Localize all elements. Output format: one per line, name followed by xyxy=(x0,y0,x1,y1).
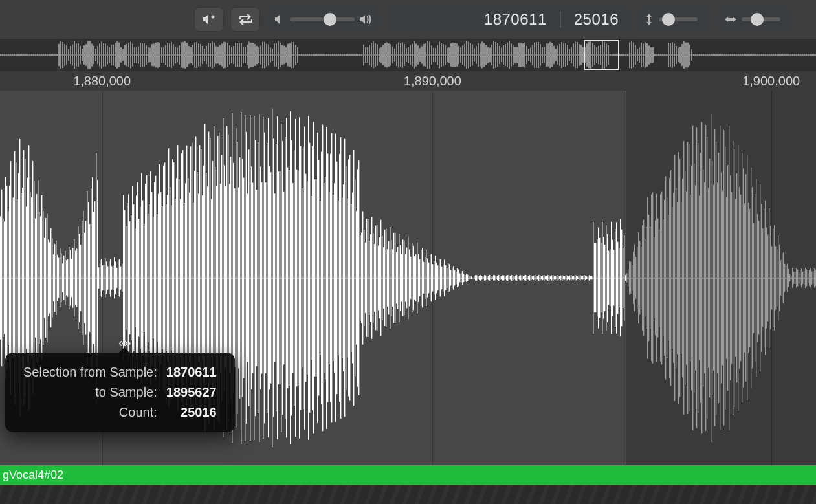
svg-rect-981 xyxy=(722,190,723,365)
svg-rect-124 xyxy=(237,43,238,67)
svg-rect-301 xyxy=(580,45,582,65)
svg-rect-253 xyxy=(487,47,489,63)
svg-rect-387 xyxy=(747,54,749,56)
svg-rect-233 xyxy=(448,47,450,63)
horizontal-zoom-slider[interactable] xyxy=(742,17,780,21)
selection-start-value[interactable]: 1870611 xyxy=(484,10,547,28)
svg-rect-852 xyxy=(555,276,556,280)
svg-rect-707 xyxy=(368,219,368,337)
svg-rect-205 xyxy=(394,49,395,62)
track-region-strip[interactable]: gVocal4#02 xyxy=(0,465,816,485)
svg-rect-534 xyxy=(144,224,144,332)
svg-rect-900 xyxy=(617,242,618,314)
svg-rect-394 xyxy=(761,54,762,56)
svg-rect-666 xyxy=(314,179,315,377)
svg-rect-880 xyxy=(591,276,592,280)
svg-rect-180 xyxy=(346,54,347,56)
svg-rect-751 xyxy=(425,257,425,299)
svg-rect-241 xyxy=(464,44,465,67)
svg-rect-662 xyxy=(309,143,310,413)
svg-rect-33 xyxy=(60,41,61,69)
svg-rect-678 xyxy=(330,154,331,402)
svg-rect-820 xyxy=(514,276,514,279)
volume-slider[interactable] xyxy=(290,17,355,21)
svg-rect-922 xyxy=(646,227,646,329)
svg-rect-5 xyxy=(6,54,7,56)
svg-rect-1008 xyxy=(757,214,758,342)
svg-rect-635 xyxy=(274,193,275,362)
svg-rect-938 xyxy=(667,198,667,358)
svg-rect-717 xyxy=(380,220,381,336)
svg-rect-244 xyxy=(470,43,471,67)
svg-rect-269 xyxy=(518,43,520,67)
horizontal-zoom-knob[interactable] xyxy=(751,13,764,26)
svg-rect-93 xyxy=(177,48,178,63)
vertical-zoom-slider[interactable] xyxy=(659,17,698,21)
svg-rect-135 xyxy=(258,47,259,63)
svg-rect-821 xyxy=(515,276,516,281)
waveform-overview[interactable] xyxy=(0,39,816,72)
selection-length-value[interactable]: 25016 xyxy=(574,10,619,28)
svg-rect-212 xyxy=(408,47,409,63)
svg-rect-562 xyxy=(180,199,181,356)
svg-rect-71 xyxy=(134,47,135,63)
svg-rect-703 xyxy=(362,211,363,344)
svg-rect-890 xyxy=(604,245,605,311)
preview-toggle-button[interactable] xyxy=(194,7,224,32)
svg-rect-558 xyxy=(175,199,175,357)
waveform-editor[interactable]: « » Selection from Sample:1870611to Samp… xyxy=(0,91,816,465)
svg-rect-813 xyxy=(505,276,505,279)
svg-rect-397 xyxy=(767,54,768,56)
volume-low-icon xyxy=(274,15,285,24)
svg-rect-69 xyxy=(130,42,131,69)
svg-rect-1020 xyxy=(773,228,773,327)
svg-rect-494 xyxy=(92,177,93,379)
svg-rect-583 xyxy=(207,186,208,369)
svg-rect-710 xyxy=(371,217,372,338)
sample-ruler[interactable]: 1,880,0001,890,0001,900,000 xyxy=(0,71,816,91)
svg-rect-995 xyxy=(740,195,741,362)
svg-rect-456 xyxy=(43,211,43,345)
svg-rect-356 xyxy=(687,43,689,68)
svg-rect-314 xyxy=(606,44,607,67)
svg-rect-586 xyxy=(211,199,212,357)
svg-rect-853 xyxy=(557,275,557,281)
svg-rect-898 xyxy=(615,229,615,327)
svg-rect-767 xyxy=(445,265,446,290)
svg-rect-474 xyxy=(66,260,67,295)
svg-rect-891 xyxy=(606,225,606,330)
volume-slider-knob[interactable] xyxy=(324,13,336,26)
svg-rect-19 xyxy=(33,54,34,56)
svg-rect-541 xyxy=(153,217,153,339)
svg-rect-42 xyxy=(78,43,79,67)
cycle-toggle-button[interactable] xyxy=(230,7,260,32)
svg-rect-757 xyxy=(432,264,433,291)
vertical-zoom-knob[interactable] xyxy=(662,13,675,26)
svg-rect-697 xyxy=(355,180,355,377)
svg-rect-877 xyxy=(588,276,588,281)
svg-rect-672 xyxy=(322,125,323,432)
svg-rect-498 xyxy=(97,180,98,376)
svg-rect-629 xyxy=(267,143,267,413)
svg-rect-200 xyxy=(384,43,386,67)
svg-rect-23 xyxy=(41,54,42,56)
svg-rect-312 xyxy=(602,41,603,69)
svg-rect-34 xyxy=(62,42,63,68)
svg-rect-885 xyxy=(598,227,599,328)
svg-rect-459 xyxy=(47,214,47,343)
svg-rect-714 xyxy=(377,225,377,331)
svg-rect-414 xyxy=(800,54,801,56)
svg-rect-756 xyxy=(431,254,432,302)
svg-rect-437 xyxy=(18,173,19,383)
svg-rect-11 xyxy=(17,54,19,56)
svg-rect-224 xyxy=(431,45,432,65)
svg-rect-228 xyxy=(439,42,440,69)
svg-rect-260 xyxy=(501,48,502,63)
svg-rect-822 xyxy=(516,275,517,281)
svg-rect-992 xyxy=(736,173,737,383)
svg-rect-327 xyxy=(631,41,632,69)
svg-rect-346 xyxy=(668,43,669,67)
svg-rect-716 xyxy=(379,237,380,318)
svg-rect-110 xyxy=(210,43,211,67)
svg-rect-506 xyxy=(107,266,108,289)
